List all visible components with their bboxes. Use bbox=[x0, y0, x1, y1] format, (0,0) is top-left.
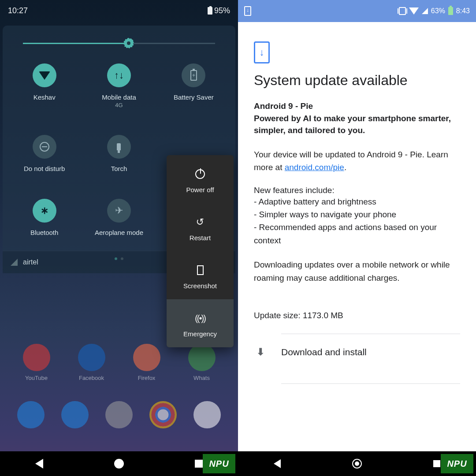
airplane-icon: ✈ bbox=[107, 199, 131, 223]
statusbar-left-icons bbox=[244, 6, 251, 16]
app-facebook[interactable]: Facebook bbox=[78, 344, 106, 381]
battery-icon bbox=[208, 7, 212, 15]
tile-label: Aeroplane mode bbox=[95, 229, 143, 236]
app-play[interactable] bbox=[193, 401, 221, 432]
battery-plus-icon bbox=[182, 63, 205, 87]
download-icon: ⬇ bbox=[257, 346, 264, 358]
power-menu-screenshot[interactable]: Screenshot bbox=[167, 251, 234, 299]
power-menu-poweroff[interactable]: Power off bbox=[167, 155, 234, 203]
brightness-slider[interactable] bbox=[23, 38, 215, 48]
update-body-paragraph: Your device will be updated to Android 9… bbox=[254, 148, 460, 174]
download-install-button[interactable]: ⬇ Download and install bbox=[254, 334, 460, 370]
brightness-fill bbox=[23, 43, 129, 44]
tile-wifi[interactable]: Keshav bbox=[7, 63, 82, 108]
power-menu-label: Power off bbox=[186, 186, 214, 193]
update-subtitle-top: Android 9 - Pie bbox=[254, 100, 460, 112]
home-apps-row-2 bbox=[0, 401, 238, 432]
app-chrome[interactable] bbox=[149, 401, 177, 432]
app-label: YouTube bbox=[25, 375, 48, 381]
screenshot-icon bbox=[194, 264, 206, 276]
power-menu-restart[interactable]: ↻ Restart bbox=[167, 203, 234, 251]
app-label: Firefox bbox=[138, 375, 156, 381]
app-whatsapp[interactable]: Whats bbox=[188, 344, 216, 381]
emergency-icon: ((•)) bbox=[194, 312, 206, 324]
power-menu: Power off ↻ Restart Screenshot ((•)) Eme… bbox=[167, 155, 234, 347]
gear-icon bbox=[123, 38, 134, 48]
app-firefox[interactable]: Firefox bbox=[133, 344, 161, 381]
brightness-thumb[interactable] bbox=[123, 38, 134, 48]
tile-mobile-data[interactable]: ↑↓ Mobile data 4G bbox=[82, 63, 156, 108]
app-contacts[interactable] bbox=[105, 401, 133, 432]
tile-label: Keshav bbox=[33, 93, 56, 101]
update-warning: Downloading updates over a mobile networ… bbox=[254, 258, 460, 284]
app-messages[interactable] bbox=[61, 401, 89, 432]
statusbar-right: 63% 8:43 bbox=[238, 0, 476, 22]
nav-back-icon[interactable] bbox=[274, 459, 281, 468]
nav-recent-icon[interactable] bbox=[195, 460, 203, 468]
navbar-right bbox=[238, 451, 476, 476]
page-title: System update available bbox=[254, 72, 460, 89]
power-menu-emergency[interactable]: ((•)) Emergency bbox=[167, 299, 234, 347]
torch-icon bbox=[107, 135, 131, 159]
wifi-icon bbox=[409, 7, 419, 15]
power-icon bbox=[194, 168, 206, 180]
power-menu-label: Screenshot bbox=[183, 282, 217, 290]
carrier-name: airtel bbox=[23, 258, 38, 266]
learn-more-link[interactable]: android.com/pie bbox=[285, 163, 344, 172]
watermark-badge: NPU bbox=[203, 454, 235, 473]
update-notification-icon bbox=[244, 6, 251, 16]
tile-battery-saver[interactable]: Battery Saver bbox=[156, 63, 231, 108]
statusbar-right-icons: 63% 8:43 bbox=[399, 7, 470, 15]
home-apps-row-1: YouTube Facebook Firefox Whats bbox=[0, 344, 238, 381]
mobile-data-icon: ↑↓ bbox=[107, 63, 131, 87]
statusbar-battery: 95% bbox=[208, 6, 230, 15]
statusbar-time: 8:43 bbox=[456, 7, 470, 15]
battery-pct: 63% bbox=[431, 7, 445, 15]
body-text: . bbox=[344, 163, 346, 172]
nav-back-icon[interactable] bbox=[35, 459, 43, 469]
power-menu-label: Emergency bbox=[183, 330, 217, 338]
signal-icon bbox=[11, 259, 18, 266]
left-screenshot: 10:27 95% Keshav ↑↓ Mobile data 4G Batte bbox=[0, 0, 238, 476]
battery-icon bbox=[448, 7, 453, 15]
statusbar-left: 10:27 95% bbox=[0, 0, 238, 21]
power-menu-label: Restart bbox=[190, 234, 211, 242]
tile-label: Mobile data bbox=[102, 93, 136, 101]
tile-torch[interactable]: Torch bbox=[82, 135, 156, 172]
statusbar-time: 10:27 bbox=[8, 6, 28, 15]
body-text: Your device will be updated to Android 9… bbox=[254, 150, 448, 172]
navbar-left bbox=[0, 451, 238, 476]
nav-recent-icon[interactable] bbox=[433, 460, 440, 467]
app-label: Facebook bbox=[79, 375, 104, 381]
app-label: Whats bbox=[193, 375, 210, 381]
system-update-body: ↓ System update available Android 9 - Pi… bbox=[238, 22, 476, 384]
tile-bluetooth[interactable]: ∗ Bluetooth bbox=[7, 199, 82, 236]
feature-item: - Adaptive battery and brightness bbox=[254, 195, 460, 208]
tile-sublabel: 4G bbox=[115, 102, 123, 108]
feature-item: - Simpler ways to navigate your phone bbox=[254, 208, 460, 221]
tile-dnd[interactable]: Do not disturb bbox=[7, 135, 82, 172]
divider bbox=[281, 383, 460, 384]
tile-label: Battery Saver bbox=[174, 93, 214, 101]
vibrate-icon bbox=[399, 7, 406, 15]
features-title: New features include: bbox=[254, 186, 460, 195]
right-screenshot: 63% 8:43 ↓ System update available Andro… bbox=[238, 0, 476, 476]
tile-label: Torch bbox=[111, 165, 127, 172]
dnd-icon bbox=[33, 135, 56, 159]
nav-home-icon[interactable] bbox=[114, 459, 124, 469]
signal-icon bbox=[422, 8, 428, 14]
update-size: Update size: 1173.0 MB bbox=[254, 311, 460, 320]
bluetooth-icon: ∗ bbox=[33, 199, 56, 223]
tile-airplane[interactable]: ✈ Aeroplane mode bbox=[82, 199, 156, 236]
app-phone[interactable] bbox=[17, 401, 45, 432]
nav-home-icon[interactable] bbox=[352, 459, 362, 469]
tile-label: Do not disturb bbox=[24, 165, 65, 172]
system-update-icon: ↓ bbox=[254, 41, 270, 63]
app-youtube[interactable]: YouTube bbox=[22, 344, 51, 381]
update-subtitle: Powered by AI to make your smartphone sm… bbox=[254, 112, 460, 137]
download-label: Download and install bbox=[281, 347, 367, 357]
watermark-badge: NPU bbox=[441, 454, 473, 473]
statusbar-battery-pct: 95% bbox=[214, 6, 230, 15]
tile-label: Bluetooth bbox=[30, 229, 58, 236]
wifi-icon bbox=[33, 63, 56, 87]
